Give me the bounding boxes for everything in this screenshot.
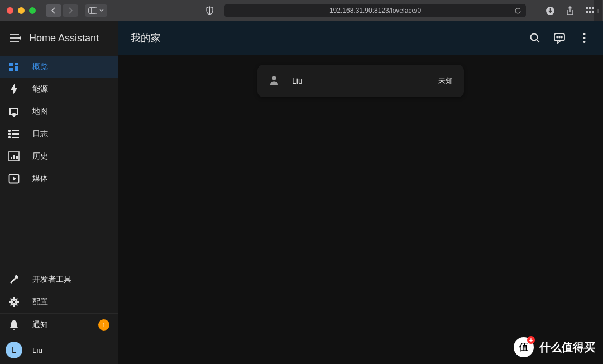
list-icon — [8, 128, 20, 140]
share-icon[interactable] — [564, 4, 576, 17]
svg-point-30 — [531, 34, 538, 41]
downloads-icon[interactable] — [544, 4, 556, 17]
search-icon[interactable] — [528, 31, 542, 45]
svg-rect-26 — [11, 157, 12, 159]
nav-buttons — [46, 4, 78, 17]
svg-rect-5 — [589, 7, 591, 9]
sidebar-item-devtools[interactable]: 开发者工具 — [0, 269, 118, 291]
person-card[interactable]: Liu 未知 — [257, 65, 464, 97]
sidebar-toggle-button[interactable] — [85, 4, 107, 17]
sidebar-item-label: 日志 — [32, 129, 48, 139]
svg-rect-18 — [13, 116, 15, 117]
dashboard-icon — [8, 61, 20, 73]
person-name: Liu — [292, 76, 427, 85]
bell-icon — [8, 319, 20, 331]
svg-point-36 — [583, 33, 585, 35]
sidebar-item-label: 配置 — [32, 297, 48, 307]
sidebar-item-label: 能源 — [32, 84, 48, 94]
browser-chrome: 192.168.31.90:8123/lovelace/0 + — [0, 0, 603, 21]
chevron-down-icon — [99, 9, 104, 12]
svg-point-22 — [9, 130, 10, 131]
map-icon — [8, 106, 20, 118]
sidebar: Home Assistant 概览 能源 地图 — [0, 21, 118, 364]
wrench-icon — [8, 274, 20, 286]
page-title: 我的家 — [131, 31, 528, 45]
svg-rect-13 — [9, 63, 13, 66]
sidebar-item-notifications[interactable]: 通知 1 — [0, 314, 118, 336]
watermark-badge: 值 — [514, 337, 534, 357]
maximize-window-icon[interactable] — [29, 7, 36, 14]
close-window-icon[interactable] — [7, 7, 13, 14]
sidebar-item-logbook[interactable]: 日志 — [0, 123, 118, 145]
sidebar-item-label: 地图 — [32, 107, 48, 117]
svg-point-35 — [561, 37, 562, 38]
svg-rect-14 — [15, 63, 18, 65]
person-state: 未知 — [438, 76, 453, 86]
app-root: Home Assistant 概览 能源 地图 — [0, 21, 603, 364]
forward-button[interactable] — [63, 4, 78, 17]
svg-point-39 — [272, 76, 276, 80]
content-area: Liu 未知 — [118, 55, 603, 364]
watermark: 值 什么值得买 — [514, 337, 595, 357]
svg-point-33 — [557, 37, 558, 38]
sidebar-item-overview[interactable]: 概览 — [0, 56, 118, 78]
svg-rect-27 — [13, 155, 15, 159]
svg-rect-16 — [9, 68, 13, 71]
watermark-text: 什么值得买 — [539, 340, 595, 355]
svg-rect-0 — [89, 8, 97, 14]
chrome-right-icons — [544, 4, 596, 17]
reload-icon[interactable] — [514, 7, 521, 15]
sidebar-item-label: 媒体 — [32, 174, 48, 184]
sidebar-item-media[interactable]: 媒体 — [0, 167, 118, 190]
sidebar-item-energy[interactable]: 能源 — [0, 78, 118, 100]
menu-collapse-icon[interactable] — [8, 31, 21, 45]
person-icon — [269, 75, 281, 87]
main-area: 我的家 Liu 未知 — [118, 21, 603, 364]
window-controls — [7, 7, 36, 14]
topbar-icons — [528, 31, 591, 45]
svg-rect-4 — [586, 7, 588, 9]
sidebar-item-label: 开发者工具 — [32, 275, 71, 285]
svg-rect-8 — [589, 11, 591, 13]
svg-line-31 — [537, 40, 540, 43]
svg-point-37 — [583, 37, 585, 39]
sidebar-bottom: 通知 1 L Liu — [0, 313, 118, 364]
sidebar-item-map[interactable]: 地图 — [0, 100, 118, 123]
app-title: Home Assistant — [29, 32, 99, 44]
url-text: 192.168.31.90:8123/lovelace/0 — [329, 7, 421, 15]
more-icon[interactable] — [577, 31, 591, 45]
svg-point-34 — [559, 37, 560, 38]
svg-point-23 — [9, 133, 10, 135]
svg-rect-15 — [15, 66, 18, 71]
minimize-window-icon[interactable] — [18, 7, 25, 14]
chart-icon — [8, 150, 20, 162]
play-box-icon — [8, 173, 20, 185]
sidebar-item-label: Liu — [32, 346, 42, 355]
svg-point-38 — [583, 41, 585, 43]
sidebar-header: Home Assistant — [0, 21, 118, 55]
flash-icon — [8, 83, 20, 95]
notification-badge: 1 — [98, 319, 109, 331]
sidebar-item-label: 通知 — [32, 320, 48, 330]
sidebar-item-settings[interactable]: 配置 — [0, 291, 118, 313]
sidebar-item-history[interactable]: 历史 — [0, 145, 118, 167]
sidebar-item-label: 历史 — [32, 151, 48, 161]
sidebar-item-user[interactable]: L Liu — [0, 336, 118, 364]
cog-icon — [8, 296, 20, 308]
topbar: 我的家 — [118, 21, 603, 55]
new-tab-button[interactable]: + — [594, 0, 602, 21]
back-button[interactable] — [46, 4, 61, 17]
user-avatar: L — [6, 342, 22, 358]
svg-point-24 — [9, 137, 10, 138]
svg-rect-7 — [586, 11, 588, 13]
sidebar-nav: 概览 能源 地图 日志 — [0, 55, 118, 313]
address-bar[interactable]: 192.168.31.90:8123/lovelace/0 — [224, 4, 526, 17]
privacy-shield-icon[interactable] — [202, 4, 217, 17]
svg-rect-28 — [16, 156, 18, 159]
sidebar-item-label: 概览 — [32, 62, 48, 72]
assist-icon[interactable] — [553, 31, 566, 45]
